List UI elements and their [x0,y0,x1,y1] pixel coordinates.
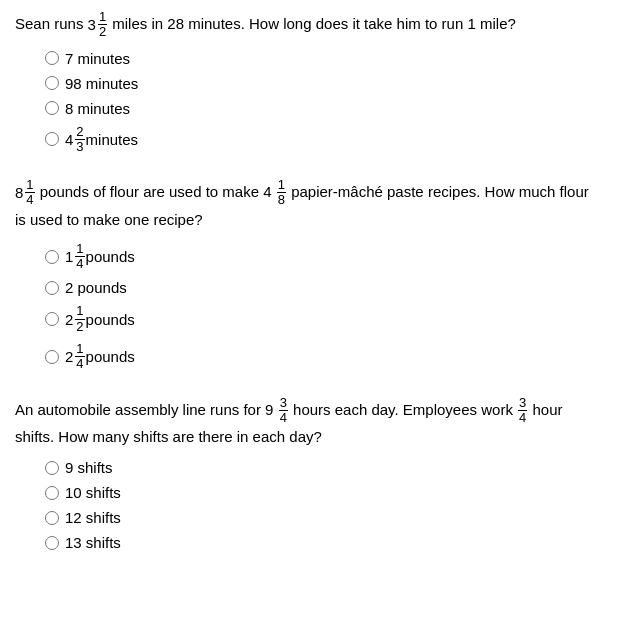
q2a-num: 1 [75,242,84,257]
q2a-den: 4 [75,257,84,271]
q1-option-a[interactable]: 7 minutes [45,50,602,67]
q2c-frac: 1 2 [75,304,84,334]
question-2-text: 8 1 4 pounds of flour are used to make 4… [15,178,602,232]
q3-label-a-text: 9 shifts [65,459,113,476]
q2c-suffix: pounds [86,311,135,328]
q2-label-d[interactable]: 2 1 4 pounds [65,342,135,372]
q1d-mixed: 4 2 3 [65,125,86,155]
q3-frac2: 3 4 [518,396,527,426]
q1-radio-b[interactable] [45,76,59,90]
q2-radio-c[interactable] [45,312,59,326]
question-3-text: An automobile assembly line runs for 9 3… [15,396,602,450]
q2-radio-b[interactable] [45,281,59,295]
q2-frac1-den: 4 [25,193,34,207]
q1d-den: 3 [75,140,84,154]
q1-numerator: 1 [98,10,107,25]
q2a-frac: 1 4 [75,242,84,272]
q1-radio-c[interactable] [45,101,59,115]
q2d-mixed: 2 1 4 [65,342,86,372]
q2-frac2-den: 8 [277,193,286,207]
q2-text-part1: pounds of flour are used to make 4 [40,183,272,200]
q1d-suffix: minutes [86,131,139,148]
q2-label-c[interactable]: 2 1 2 pounds [65,304,135,334]
q2-frac2-num: 1 [277,178,286,193]
q2c-whole: 2 [65,311,73,328]
q3-frac1: 3 4 [279,396,288,426]
q2a-whole: 1 [65,248,73,265]
q1-text-before: Sean runs [15,15,88,32]
q1-label-c[interactable]: 8 minutes [65,100,130,117]
q1-option-b[interactable]: 98 minutes [45,75,602,92]
q3-label-a[interactable]: 9 shifts [65,459,113,476]
q2a-suffix: pounds [86,248,135,265]
q2c-mixed: 2 1 2 [65,304,86,334]
q2-option-a[interactable]: 1 1 4 pounds [45,242,602,272]
q3-label-d[interactable]: 13 shifts [65,534,121,551]
q2d-den: 4 [75,357,84,371]
q1-label-a-text: 7 minutes [65,50,130,67]
q1-label-a[interactable]: 7 minutes [65,50,130,67]
q3-label-d-text: 13 shifts [65,534,121,551]
q3-label-b[interactable]: 10 shifts [65,484,121,501]
q1-options: 7 minutes 98 minutes 8 minutes 4 2 3 [45,50,602,155]
q1-mixed-number: 3 1 2 [88,10,109,40]
question-3: An automobile assembly line runs for 9 3… [15,396,602,552]
q1d-fraction: 2 3 [75,125,84,155]
q3-option-a[interactable]: 9 shifts [45,459,602,476]
question-2: 8 1 4 pounds of flour are used to make 4… [15,178,602,371]
q1-label-c-text: 8 minutes [65,100,130,117]
q2-radio-d[interactable] [45,350,59,364]
q3-frac1-den: 4 [279,411,288,425]
q1d-num: 2 [75,125,84,140]
q2-radio-a[interactable] [45,250,59,264]
q1-option-c[interactable]: 8 minutes [45,100,602,117]
q3-option-c[interactable]: 12 shifts [45,509,602,526]
q3-radio-c[interactable] [45,511,59,525]
q2d-suffix: pounds [86,348,135,365]
q1-radio-d[interactable] [45,132,59,146]
q2d-num: 1 [75,342,84,357]
q1-fraction: 1 2 [98,10,107,40]
question-1: Sean runs 3 1 2 miles in 28 minutes. How… [15,10,602,154]
q2-label-b-text: 2 pounds [65,279,127,296]
q1-option-d[interactable]: 4 2 3 minutes [45,125,602,155]
q1-radio-a[interactable] [45,51,59,65]
q2-option-b[interactable]: 2 pounds [45,279,602,296]
q2-label-b[interactable]: 2 pounds [65,279,127,296]
q3-label-c-text: 12 shifts [65,509,121,526]
q2a-mixed: 1 1 4 [65,242,86,272]
q3-frac2-num: 3 [518,396,527,411]
q3-frac1-num: 3 [279,396,288,411]
q2-option-d[interactable]: 2 1 4 pounds [45,342,602,372]
q1d-whole: 4 [65,131,73,148]
q3-frac2-den: 4 [518,411,527,425]
q3-text-part1: An automobile assembly line runs for 9 [15,400,273,417]
q3-label-c[interactable]: 12 shifts [65,509,121,526]
q3-option-b[interactable]: 10 shifts [45,484,602,501]
q2-label-a[interactable]: 1 1 4 pounds [65,242,135,272]
q3-options: 9 shifts 10 shifts 12 shifts 13 shifts [45,459,602,551]
q2-frac2: 1 8 [277,178,286,208]
q3-radio-a[interactable] [45,461,59,475]
q2c-num: 1 [75,304,84,319]
q2-frac1: 1 4 [25,178,34,208]
q3-option-d[interactable]: 13 shifts [45,534,602,551]
q1-whole: 3 [88,13,96,37]
q2c-den: 2 [75,320,84,334]
q2-options: 1 1 4 pounds 2 pounds 2 [45,242,602,372]
q1-text-middle: miles in 28 minutes. How long does it ta… [112,15,516,32]
q2d-whole: 2 [65,348,73,365]
q2d-frac: 1 4 [75,342,84,372]
q3-label-b-text: 10 shifts [65,484,121,501]
q1-label-b[interactable]: 98 minutes [65,75,138,92]
q1-denominator: 2 [98,25,107,39]
q1-label-b-text: 98 minutes [65,75,138,92]
q1-label-d[interactable]: 4 2 3 minutes [65,125,138,155]
q2-option-c[interactable]: 2 1 2 pounds [45,304,602,334]
q2-mixed1: 8 1 4 [15,178,36,208]
q3-radio-d[interactable] [45,536,59,550]
q2-whole1: 8 [15,181,23,205]
q3-radio-b[interactable] [45,486,59,500]
q2-frac1-num: 1 [25,178,34,193]
q3-text-part2: hours each day. Employees work [293,400,517,417]
